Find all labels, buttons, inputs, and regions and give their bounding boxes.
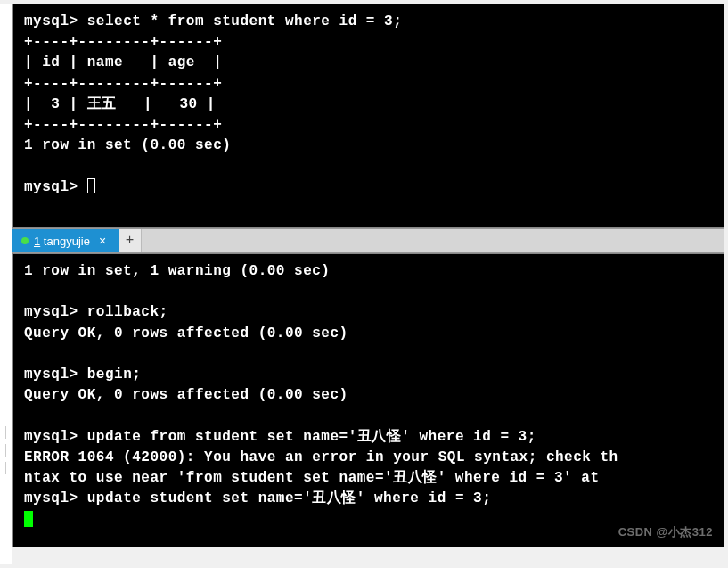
- mysql-prompt: mysql>: [24, 366, 78, 383]
- sql-query-select: select * from student where id = 3;: [87, 13, 403, 29]
- sql-command-begin: begin;: [87, 366, 142, 383]
- watermark-text: CSDN @小杰312: [618, 524, 713, 541]
- table-data-row: | 3 | 王五 | 30 |: [24, 96, 216, 112]
- result-message: 1 row in set (0.00 sec): [24, 137, 231, 153]
- mysql-prompt: mysql>: [24, 429, 78, 445]
- tab-tangyujie[interactable]: 1 tangyujie ×: [12, 229, 119, 252]
- error-message-line: ntax to use near 'from student set name=…: [24, 470, 609, 486]
- table-header-row: | id | name | age |: [24, 54, 222, 70]
- table-border: +----+--------+------+: [24, 76, 222, 92]
- sql-command-update: update student set name='丑八怪' where id =…: [87, 490, 492, 506]
- terminal-tab-bar: 1 tangyujie × +: [12, 228, 724, 253]
- mysql-prompt: mysql>: [24, 13, 78, 29]
- gutter-mark: [5, 462, 6, 474]
- terminal-pane-bottom[interactable]: 1 row in set, 1 warning (0.00 sec) mysql…: [12, 253, 724, 547]
- tab-label: tangyujie: [44, 235, 90, 248]
- sql-command-update-error: update from student set name='丑八怪' where…: [87, 429, 536, 445]
- gutter-mark: [5, 426, 6, 439]
- editor-left-gutter: [0, 4, 12, 564]
- table-border: +----+--------+------+: [24, 117, 222, 133]
- sql-command-rollback: rollback;: [87, 304, 168, 320]
- error-message-line: ERROR 1064 (42000): You have an error in…: [24, 449, 618, 465]
- mysql-prompt: mysql>: [24, 179, 78, 195]
- tab-number: 1: [34, 235, 40, 248]
- mysql-prompt: mysql>: [24, 304, 78, 320]
- query-ok-message: Query OK, 0 rows affected (0.00 sec): [24, 387, 348, 403]
- terminal-pane-top[interactable]: mysql> select * from student where id = …: [12, 4, 724, 228]
- terminal-cursor: [87, 178, 95, 193]
- tab-close-button[interactable]: ×: [95, 234, 110, 248]
- query-ok-message: Query OK, 0 rows affected (0.00 sec): [24, 325, 348, 342]
- mysql-prompt: mysql>: [24, 490, 78, 506]
- tab-add-button[interactable]: +: [119, 229, 142, 252]
- result-message: 1 row in set, 1 warning (0.00 sec): [24, 263, 330, 279]
- status-dot-icon: [21, 237, 29, 244]
- gutter-mark: [5, 444, 6, 457]
- terminal-cursor-active: [24, 511, 33, 527]
- table-border: +----+--------+------+: [24, 34, 222, 50]
